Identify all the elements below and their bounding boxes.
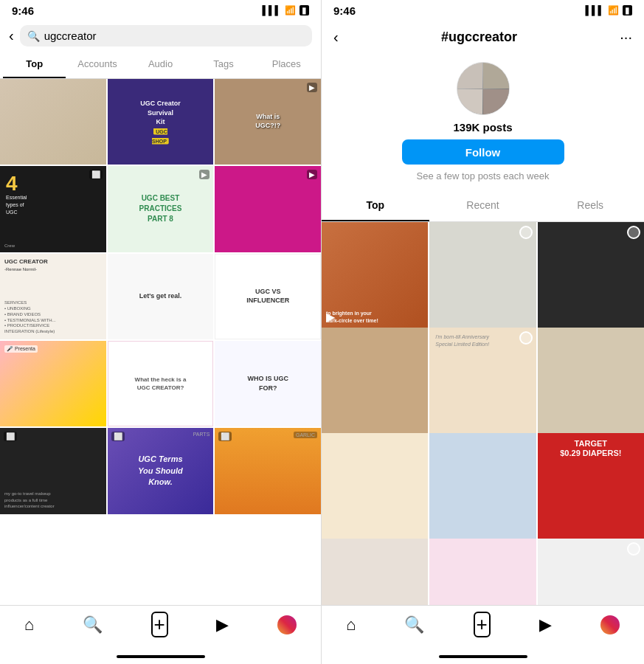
follow-button[interactable]: Follow [402, 139, 564, 165]
left-search-input-wrap[interactable]: 🔍 ugccreator [20, 25, 312, 46]
signal-icon: ▌▌▌ [262, 5, 281, 15]
right-time: 9:46 [333, 4, 356, 17]
right-cell-1[interactable]: to brighten in yourdark-circle over time… [322, 222, 428, 328]
grid-cell-2-text: UGC CreatorSurvivalKitUGCSHOP [137, 96, 184, 148]
right-more-button[interactable]: ··· [620, 29, 632, 46]
grid-cell-4[interactable]: 4 Essentialtypes ofUGC Crew ⬜ [0, 166, 106, 252]
avatar-mini-3 [457, 89, 483, 115]
tab-audio[interactable]: Audio [129, 51, 192, 78]
grid-cell-2[interactable]: UGC CreatorSurvivalKitUGCSHOP [108, 79, 214, 165]
right-tab-top[interactable]: Top [322, 190, 429, 221]
grid-cell-1[interactable] [0, 79, 106, 165]
select-box-12 [627, 542, 640, 556]
right-home-indicator [322, 649, 644, 664]
right-header: ‹ #ugccreator ··· [322, 21, 644, 53]
tab-tags[interactable]: Tags [192, 51, 255, 78]
right-cell-5[interactable]: I'm born-till AnniversarySpecial Limited… [429, 328, 536, 434]
select-box-5 [519, 331, 533, 345]
left-bottom-nav: ⌂ 🔍 + ▶ [0, 605, 321, 649]
grid-cell-10[interactable]: 🎤 Presenta [0, 341, 106, 426]
right-wifi-icon: 📶 [608, 5, 619, 15]
reel-icon-14: ⬜ [111, 432, 125, 441]
grid-cell-11[interactable]: What the heck is aUGC CREATOR? [108, 341, 214, 426]
avatar-mini-1 [457, 63, 483, 89]
reel-icon-4: ⬜ [89, 170, 103, 179]
right-back-button[interactable]: ‹ [333, 29, 339, 46]
right-cell-6[interactable] [538, 328, 644, 434]
home-bar-left [117, 655, 205, 658]
left-nav-add[interactable]: + [151, 612, 168, 637]
right-title: #ugccreator [441, 30, 517, 45]
grid-cell-8[interactable]: Let's get real. [108, 254, 214, 339]
right-content-tabs: Top Recent Reels [322, 190, 644, 222]
reel-icon-5: ▶ [199, 170, 210, 179]
right-panel: 9:46 ▌▌▌ 📶 ▮ ‹ #ugccreator ··· 139K post… [322, 0, 644, 664]
hashtag-profile: 139K posts Follow See a few top posts ea… [322, 53, 644, 190]
grid-cell-15[interactable]: GARLIC ⬜ [215, 428, 321, 513]
grid-cell-11-text: What the heck is aUGC CREATOR? [114, 373, 208, 395]
tab-top[interactable]: Top [3, 51, 66, 78]
grid-cell-9[interactable]: UGC VSINFLUENCER [215, 254, 321, 339]
left-nav-search[interactable]: 🔍 [83, 615, 103, 634]
left-search-bar: ‹ 🔍 ugccreator [0, 21, 321, 51]
right-nav-search[interactable]: 🔍 [404, 615, 424, 634]
right-nav-profile[interactable] [600, 615, 620, 634]
left-tabs: Top Accounts Audio Tags Places [0, 51, 321, 79]
left-time: 9:46 [12, 4, 34, 17]
reel-icon-3: ▶ [307, 83, 317, 92]
avatar-mini-4 [483, 89, 509, 115]
left-nav-profile[interactable] [277, 615, 297, 634]
left-content-grid: UGC CreatorSurvivalKitUGCSHOP What is UG… [0, 79, 321, 605]
left-search-text: ugccreator [44, 30, 97, 42]
right-nav-reels[interactable]: ▶ [539, 615, 552, 634]
top-posts-hint: See a few top posts each week [417, 170, 550, 181]
right-tab-reels[interactable]: Reels [536, 190, 644, 221]
right-nav-home[interactable]: ⌂ [346, 615, 356, 634]
select-box-3 [627, 226, 640, 239]
grid-cell-9-text: UGC VSINFLUENCER [243, 284, 292, 308]
grid-cell-6[interactable]: ▶ [215, 166, 321, 252]
grid-cell-12-text: WHO IS UGCFOR? [244, 372, 291, 396]
right-cell-7[interactable] [322, 433, 428, 539]
right-nav-add[interactable]: + [474, 612, 491, 637]
right-cell-2[interactable] [429, 222, 536, 328]
left-nav-home[interactable]: ⌂ [24, 615, 34, 634]
home-bar-right [439, 655, 527, 658]
grid-cell-3-text: What is UGC?!? [241, 110, 294, 133]
grid-cell-14-text: UGC TermsYou ShouldKnow. [135, 451, 186, 491]
left-back-button[interactable]: ‹ [9, 27, 14, 44]
grid-cell-4-num: 4 [6, 172, 18, 196]
posts-count: 139K posts [453, 121, 512, 134]
right-cell-4[interactable] [322, 328, 428, 434]
right-cell-11[interactable]: BYOMA [429, 539, 536, 605]
play-icon-1: ▶ [326, 310, 335, 324]
grid-cell-13[interactable]: my go-to travel makeupproducts as a full… [0, 428, 106, 513]
right-battery-icon: ▮ [623, 5, 632, 15]
right-tab-recent[interactable]: Recent [429, 190, 537, 221]
select-box-2 [519, 226, 533, 239]
hashtag-avatar [457, 62, 510, 115]
left-home-indicator [0, 649, 321, 664]
right-cell-8[interactable] [429, 433, 536, 539]
tab-places[interactable]: Places [255, 51, 318, 78]
reel-icon-13: ⬜ [4, 432, 17, 441]
right-signal-icon: ▌▌▌ [585, 5, 604, 15]
tab-accounts[interactable]: Accounts [66, 51, 128, 78]
right-cell-9[interactable]: TARGET$0.29 DIAPERS! [538, 433, 644, 539]
grid-cell-5[interactable]: UGC BESTPRACTICESPART 8 ▶ [108, 166, 214, 252]
search-icon: 🔍 [27, 30, 40, 42]
right-status-bar: 9:46 ▌▌▌ 📶 ▮ [322, 0, 644, 21]
grid-cell-3[interactable]: What is UGC?!? ▶ [215, 79, 321, 165]
wifi-icon: 📶 [285, 5, 296, 15]
left-status-bar: 9:46 ▌▌▌ 📶 ▮ [0, 0, 321, 21]
left-nav-reels[interactable]: ▶ [216, 615, 229, 634]
right-content-grid: to brighten in yourdark-circle over time… [322, 222, 644, 605]
right-status-icons: ▌▌▌ 📶 ▮ [585, 5, 632, 15]
right-cell-10[interactable] [322, 539, 428, 605]
grid-cell-7[interactable]: UGC CREATOR-Rennae Normil- SERVICES• UNB… [0, 254, 106, 339]
grid-cell-12[interactable]: WHO IS UGCFOR? [215, 341, 321, 426]
right-cell-3[interactable] [538, 222, 644, 328]
grid-cell-14[interactable]: UGC TermsYou ShouldKnow. PARTS ⬜ [108, 428, 214, 513]
right-cell-12[interactable] [538, 539, 644, 605]
grid-cell-5-text: UGC BESTPRACTICESPART 8 [136, 190, 185, 227]
